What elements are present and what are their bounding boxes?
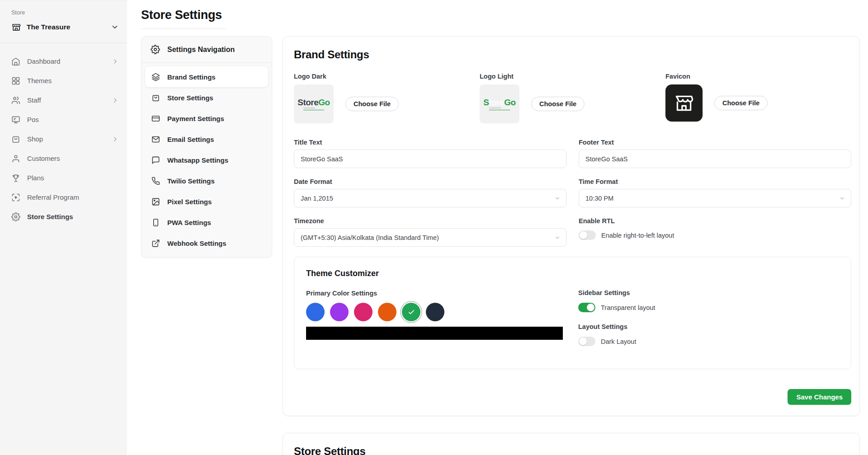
- logo-light-preview: StoreGo: [480, 84, 519, 123]
- sidebar-item-store-settings[interactable]: Store Settings: [11, 207, 122, 226]
- main-content: Store Settings Settings Navigation Brand…: [127, 0, 868, 455]
- app-root: Store The Treasure Dashboard: [0, 0, 868, 455]
- enable-rtl-field: Enable RTL Enable right-to-left layout: [579, 217, 851, 247]
- transparent-layout-toggle[interactable]: [578, 303, 595, 312]
- logo-light-choose-file-button[interactable]: Choose File: [531, 97, 585, 111]
- image-icon: [151, 197, 160, 206]
- favicon-preview: [665, 84, 703, 122]
- store-section-label: Store: [11, 9, 119, 16]
- title-text-input[interactable]: [294, 150, 566, 168]
- smartphone-icon: [151, 218, 160, 227]
- theme-customizer-title: Theme Customizer: [306, 269, 839, 278]
- sidebar-item-staff[interactable]: Staff: [11, 90, 122, 110]
- chevron-right-icon: [112, 58, 119, 65]
- settings-nav-item-store[interactable]: Store Settings: [145, 87, 268, 108]
- shopping-bag-icon: [151, 94, 160, 102]
- store-selector[interactable]: The Treasure: [11, 22, 119, 32]
- color-swatch-pink[interactable]: [354, 303, 373, 321]
- settings-nav-item-payment[interactable]: Payment Settings: [145, 108, 268, 129]
- timezone-select[interactable]: (GMT+5:30) Asia/Kolkata (India Standard …: [294, 228, 566, 247]
- trophy-icon: [11, 174, 20, 183]
- favicon-field: Favicon Choose File: [665, 73, 851, 123]
- brand-settings-card: Brand Settings Logo Dark StoreGo Choose …: [283, 36, 860, 416]
- color-swatch-green-selected[interactable]: [402, 303, 420, 321]
- sidebar-item-shop[interactable]: Shop: [11, 129, 122, 149]
- chevron-down-icon: [554, 195, 561, 202]
- sidebar-item-dashboard[interactable]: Dashboard: [11, 52, 122, 71]
- theme-toggles: Sidebar Settings Transparent layout Layo…: [578, 289, 839, 357]
- phone-icon: [151, 177, 160, 185]
- users-icon: [11, 96, 20, 105]
- custom-color-picker[interactable]: [306, 327, 563, 340]
- theme-customizer-card: Theme Customizer Primary Color Settings: [294, 257, 851, 369]
- logo-light-field: Logo Light StoreGo Choose File: [480, 73, 665, 123]
- page-title: Store Settings: [141, 6, 226, 29]
- storefront-icon: [11, 22, 21, 32]
- settings-nav-title: Settings Navigation: [167, 46, 235, 54]
- sidebar-item-referral-program[interactable]: Referral Program: [11, 188, 122, 207]
- dark-layout-toggle[interactable]: [578, 337, 595, 346]
- footer-text-field: Footer Text: [579, 139, 851, 168]
- sidebar-item-plans[interactable]: Plans: [11, 168, 122, 188]
- primary-color-settings: Primary Color Settings: [306, 289, 566, 357]
- store-name: The Treasure: [27, 23, 105, 31]
- favicon-choose-file-button[interactable]: Choose File: [714, 96, 768, 110]
- footer-text-input[interactable]: [579, 150, 851, 168]
- settings-nav-item-brand[interactable]: Brand Settings: [145, 66, 268, 87]
- shopping-bag-icon: [11, 135, 20, 144]
- logo-dark-choose-file-button[interactable]: Choose File: [345, 97, 399, 111]
- chevron-down-icon: [554, 235, 561, 241]
- external-link-icon: [151, 239, 160, 248]
- color-swatch-orange[interactable]: [378, 303, 396, 321]
- time-format-field: Time Format 10:30 PM: [579, 178, 851, 207]
- settings-nav-item-pixel[interactable]: Pixel Settings: [145, 191, 268, 212]
- chevron-down-icon: [839, 195, 845, 202]
- color-swatch-purple[interactable]: [330, 303, 349, 321]
- sidebar-item-themes[interactable]: Themes: [11, 71, 122, 90]
- layers-icon: [151, 73, 160, 81]
- chevron-down-icon: [111, 23, 119, 31]
- sidebar-item-customers[interactable]: Customers: [11, 149, 122, 168]
- check-icon: [408, 309, 415, 316]
- store-settings-section-title: Store Settings: [294, 445, 851, 455]
- referral-icon: [11, 193, 20, 202]
- title-text-field: Title Text: [294, 139, 566, 168]
- logo-dark-preview: StoreGo: [294, 84, 334, 123]
- gear-icon: [11, 212, 20, 221]
- home-icon: [11, 57, 20, 66]
- brand-settings-title: Brand Settings: [294, 48, 851, 61]
- sidebar: Store The Treasure Dashboard: [0, 0, 127, 455]
- credit-card-icon: [151, 114, 160, 123]
- enable-rtl-toggle[interactable]: [579, 230, 596, 240]
- time-format-select[interactable]: 10:30 PM: [579, 189, 851, 207]
- logo-dark-field: Logo Dark StoreGo Choose File: [294, 73, 480, 123]
- timezone-field: Timezone (GMT+5:30) Asia/Kolkata (India …: [294, 217, 566, 247]
- date-format-field: Date Format Jan 1,2015: [294, 178, 566, 207]
- settings-nav-item-twilio[interactable]: Twilio Settings: [145, 170, 268, 191]
- monitor-icon: [11, 115, 20, 124]
- storefront-icon: [673, 92, 695, 114]
- settings-nav-item-email[interactable]: Email Settings: [145, 129, 268, 150]
- message-square-icon: [151, 156, 160, 164]
- settings-nav-item-pwa[interactable]: PWA Settings: [145, 212, 268, 233]
- user-icon: [11, 154, 20, 163]
- settings-nav-item-webhook[interactable]: Webhook Settings: [145, 233, 268, 253]
- settings-nav-item-whatsapp[interactable]: Whatsapp Settings: [145, 150, 268, 170]
- store-settings-card: Store Settings Store Logo Invoice Logo: [283, 433, 860, 455]
- date-format-select[interactable]: Jan 1,2015: [294, 189, 566, 207]
- grid-icon: [11, 76, 20, 85]
- color-swatch-dark-navy[interactable]: [426, 303, 444, 321]
- chevron-right-icon: [112, 136, 119, 143]
- settings-navigation-card: Settings Navigation Brand Settings Store…: [141, 36, 272, 258]
- gear-icon: [151, 45, 160, 54]
- mail-icon: [151, 135, 160, 144]
- save-changes-button[interactable]: Save Changes: [788, 389, 851, 405]
- sidebar-nav: Dashboard Themes Staff Pos Shop: [0, 43, 127, 226]
- color-swatch-blue[interactable]: [306, 303, 325, 321]
- sidebar-item-pos[interactable]: Pos: [11, 110, 122, 129]
- chevron-right-icon: [112, 97, 119, 104]
